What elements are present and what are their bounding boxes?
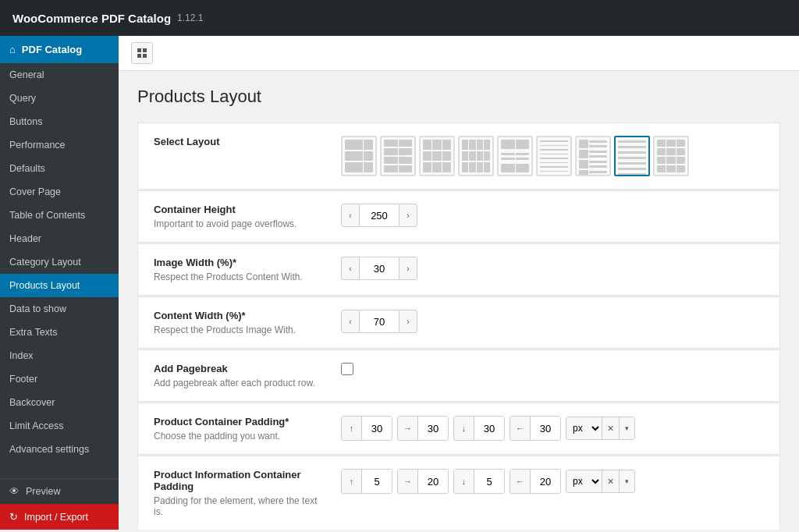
container-height-control: ‹ › (341, 204, 764, 227)
app-wrapper: ⌂ PDF Catalog General Query Buttons Perf… (0, 36, 799, 530)
sidebar-item-advanced-settings[interactable]: Advanced settings (0, 438, 119, 461)
content-width-input-group: ‹ › (341, 310, 417, 333)
sidebar-item-header[interactable]: Header (0, 227, 119, 250)
sidebar-item-index[interactable]: Index (0, 344, 119, 367)
padding-bottom-wrap: ↓ (453, 416, 505, 441)
info-padding-unit-wrap: px em % ✕ ▾ (566, 470, 635, 493)
info-padding-right-wrap: → (397, 469, 449, 494)
info-padding-unit-clear[interactable]: ✕ (602, 470, 619, 493)
padding-unit-clear[interactable]: ✕ (602, 417, 619, 440)
image-width-input-group: ‹ › (341, 257, 417, 280)
info-padding-left-icon: ← (510, 470, 531, 493)
container-height-row: Container Height Important to avoid page… (137, 190, 780, 243)
sidebar-item-performance[interactable]: Performance (0, 133, 119, 157)
layout-thumb-3[interactable] (419, 136, 455, 176)
info-padding-bottom-wrap: ↓ (453, 469, 505, 494)
sidebar-preview-btn[interactable]: 👁 Preview (0, 479, 119, 504)
product-container-padding-label-wrap: Product Container Padding* Choose the pa… (154, 416, 325, 442)
image-width-input[interactable] (360, 257, 399, 280)
info-padding-bottom-icon: ↓ (454, 470, 474, 493)
content-width-decrement[interactable]: ‹ (341, 310, 360, 333)
info-padding-top-input[interactable] (362, 470, 392, 493)
sidebar-item-buttons[interactable]: Buttons (0, 110, 119, 133)
sidebar-item-limit-access[interactable]: Limit Access (0, 414, 119, 438)
image-width-increment[interactable]: › (399, 257, 417, 280)
product-info-padding-control: ↑ → ↓ ← (341, 469, 764, 494)
layout-thumb-8[interactable] (614, 136, 650, 176)
info-padding-bottom-input[interactable] (474, 470, 504, 493)
sidebar-item-toc[interactable]: Table of Contents (0, 204, 119, 227)
sidebar-item-cover-page[interactable]: Cover Page (0, 180, 119, 204)
product-info-padding-label-wrap: Product Information Container Padding Pa… (154, 469, 325, 517)
padding-top-icon: ↑ (342, 417, 362, 440)
layout-thumb-7[interactable] (575, 136, 611, 176)
add-pagebreak-control (341, 363, 764, 375)
content-width-control: ‹ › (341, 310, 764, 333)
info-padding-left-input[interactable] (531, 470, 560, 493)
preview-label: Preview (26, 486, 60, 497)
sidebar-item-backcover[interactable]: Backcover (0, 391, 119, 414)
layout-thumb-2[interactable] (380, 136, 416, 176)
sidebar-item-extra-texts[interactable]: Extra Texts (0, 321, 119, 344)
app-title: WooCommerce PDF Catalog (12, 12, 171, 25)
home-icon: ⌂ (9, 44, 16, 55)
image-width-row: Image Width (%)* Respect the Products Co… (137, 243, 780, 296)
info-padding-unit-select[interactable]: px em % (566, 470, 602, 493)
content-width-row: Content Width (%)* Respect the Products … (137, 296, 780, 349)
padding-unit-wrap: px em % ✕ ▾ (566, 417, 635, 440)
layout-thumb-9[interactable] (653, 136, 689, 176)
sidebar-import-export-btn[interactable]: ↻ Import / Export (0, 504, 119, 530)
grid-icon[interactable] (131, 42, 153, 64)
product-info-padding-row: Product Information Container Padding Pa… (137, 456, 780, 530)
product-info-padding-desc: Padding for the element, where the text … (154, 495, 325, 517)
sidebar-item-category-layout[interactable]: Category Layout (0, 250, 119, 274)
sidebar-item-query[interactable]: Query (0, 87, 119, 110)
layout-thumb-5[interactable] (497, 136, 533, 176)
layout-thumb-4[interactable] (458, 136, 494, 176)
select-layout-control (341, 136, 764, 176)
add-pagebreak-label: Add Pagebreak (154, 363, 325, 374)
add-pagebreak-label-wrap: Add Pagebreak Add pagebreak after each p… (154, 363, 325, 388)
container-height-input-group: ‹ › (341, 204, 417, 227)
padding-unit-dropdown[interactable]: ▾ (619, 417, 634, 440)
content-width-label-wrap: Content Width (%)* Respect the Products … (154, 310, 325, 335)
container-height-increment[interactable]: › (399, 204, 417, 227)
sidebar-item-footer[interactable]: Footer (0, 367, 119, 391)
padding-bottom-input[interactable] (474, 417, 504, 440)
product-container-padding-group: ↑ → ↓ ← (341, 416, 635, 441)
padding-left-input[interactable] (531, 417, 560, 440)
refresh-icon: ↻ (9, 511, 18, 523)
svg-rect-0 (137, 48, 141, 52)
info-padding-top-icon: ↑ (342, 470, 362, 493)
sidebar-item-products-layout[interactable]: Products Layout (0, 274, 119, 297)
container-height-decrement[interactable]: ‹ (341, 204, 360, 227)
product-info-padding-group: ↑ → ↓ ← (341, 469, 635, 494)
layout-thumb-6[interactable] (536, 136, 572, 176)
sidebar-item-defaults[interactable]: Defaults (0, 157, 119, 180)
product-info-padding-label: Product Information Container Padding (154, 469, 325, 492)
sidebar-header[interactable]: ⌂ PDF Catalog (0, 36, 119, 63)
import-export-label: Import / Export (24, 512, 88, 523)
toolbar (119, 36, 799, 71)
product-container-padding-row: Product Container Padding* Choose the pa… (137, 403, 780, 455)
add-pagebreak-checkbox[interactable] (341, 363, 353, 375)
image-width-label-wrap: Image Width (%)* Respect the Products Co… (154, 257, 325, 282)
layout-thumb-1[interactable] (341, 136, 377, 176)
sidebar-item-data-to-show[interactable]: Data to show (0, 297, 119, 321)
main-content: Products Layout Select Layout (119, 36, 799, 530)
product-container-padding-desc: Choose the padding you want. (154, 431, 325, 442)
sidebar-bottom: 👁 Preview ↻ Import / Export (0, 478, 119, 530)
info-padding-unit-dropdown[interactable]: ▾ (619, 470, 634, 493)
content-width-increment[interactable]: › (399, 310, 417, 333)
container-height-input[interactable] (360, 204, 399, 227)
content-width-input[interactable] (360, 310, 399, 333)
image-width-decrement[interactable]: ‹ (341, 257, 360, 280)
sidebar-item-general[interactable]: General (0, 63, 119, 87)
info-padding-top-wrap: ↑ (341, 469, 392, 494)
padding-unit-select[interactable]: px em % (566, 417, 602, 440)
content-width-desc: Respect the Products Image With. (154, 325, 325, 335)
top-bar: WooCommerce PDF Catalog 1.12.1 (0, 0, 799, 36)
padding-top-input[interactable] (362, 417, 392, 440)
padding-right-input[interactable] (418, 417, 448, 440)
info-padding-right-input[interactable] (418, 470, 448, 493)
